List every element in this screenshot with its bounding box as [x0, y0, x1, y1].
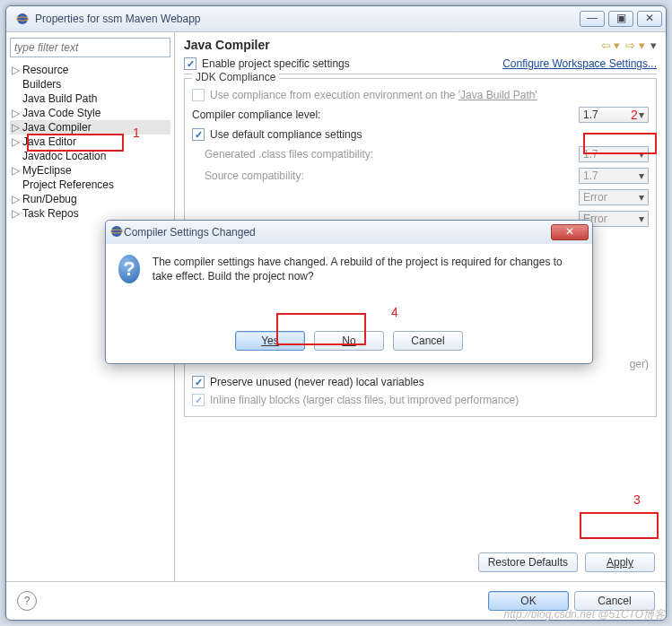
tree-item-label: Task Repos	[22, 207, 79, 220]
tree-item-label: Java Code Style	[22, 107, 100, 119]
tree-item-label: Java Build Path	[22, 92, 97, 105]
compliance-subrow: Source compatibility:1.7	[192, 165, 649, 187]
expand-arrow-icon[interactable]: ▷	[12, 121, 22, 134]
compliance-level-row: Compiler compliance level: 1.7	[192, 104, 649, 126]
apply-button[interactable]: Apply	[585, 552, 655, 572]
footer: ? OK Cancel	[6, 581, 666, 620]
dialog-close-button[interactable]: ✕	[551, 224, 589, 240]
compliance-level-label: Compiler compliance level:	[192, 109, 579, 121]
expand-arrow-icon[interactable]: ▷	[12, 164, 22, 177]
nav-menu-icon[interactable]: ▾	[650, 39, 657, 52]
filter-input[interactable]	[10, 38, 170, 57]
tree-item-label: Javadoc Location	[22, 150, 106, 162]
tree-item-label: Resource	[22, 64, 68, 76]
inline-finally-checkbox	[192, 394, 205, 406]
tree-item-label: Java Compiler	[22, 121, 92, 134]
compliance-subrow-select: 1.7	[579, 146, 649, 162]
property-tree: ▷ResourceBuildersJava Build Path▷Java Co…	[10, 63, 170, 221]
tree-item-java-compiler[interactable]: ▷Java Compiler	[10, 120, 170, 135]
compliance-subrow: Error	[192, 187, 649, 208]
tree-item-label: Java Editor	[22, 135, 76, 148]
svg-point-0	[17, 13, 28, 24]
expand-arrow-icon[interactable]: ▷	[12, 64, 22, 76]
page-title: Java Compiler	[184, 38, 601, 52]
preserve-unused-label: Preserve unused (never read) local varia…	[210, 376, 424, 388]
tree-item-java-code-style[interactable]: ▷Java Code Style	[10, 106, 170, 120]
tree-item-java-build-path[interactable]: Java Build Path	[10, 91, 170, 106]
use-exec-env-row: Use compliance from execution environmen…	[192, 86, 649, 104]
configure-workspace-link[interactable]: Configure Workspace Settings...	[502, 57, 657, 70]
maximize-button[interactable]: ▣	[608, 11, 633, 27]
dialog-message: The compiler settings have changed. A re…	[153, 255, 580, 320]
use-default-row: Use default compliance settings	[192, 126, 649, 143]
tree-item-project-references[interactable]: Project References	[10, 178, 170, 192]
restore-defaults-button[interactable]: Restore Defaults	[478, 552, 578, 572]
expand-arrow-icon[interactable]: ▷	[12, 107, 22, 119]
use-default-label: Use default compliance settings	[210, 128, 362, 141]
titlebar[interactable]: Properties for ssm Maven Webapp — ▣ ✕	[6, 6, 666, 31]
dialog-buttons: Yes No Cancel	[106, 331, 592, 363]
page-heading-row: Java Compiler ⇦ ▾ ⇨ ▾ ▾	[175, 32, 666, 54]
tree-item-run-debug[interactable]: ▷Run/Debug	[10, 192, 170, 206]
close-button[interactable]: ✕	[637, 11, 662, 27]
help-icon[interactable]: ?	[17, 591, 37, 611]
inline-finally-row: Inline finally blocks (larger class file…	[192, 391, 649, 409]
yes-button[interactable]: Yes	[235, 331, 305, 351]
dialog-titlebar[interactable]: Compiler Settings Changed ✕	[106, 221, 592, 244]
tree-item-label: Project References	[22, 178, 114, 191]
tree-item-resource[interactable]: ▷Resource	[10, 63, 170, 77]
compliance-level-select[interactable]: 1.7	[579, 107, 649, 123]
inline-finally-label: Inline finally blocks (larger class file…	[210, 394, 519, 406]
compliance-subrow-label: Generated .class files compatibility:	[192, 148, 579, 161]
preserve-unused-row: Preserve unused (never read) local varia…	[192, 373, 649, 391]
window-title: Properties for ssm Maven Webapp	[35, 13, 576, 25]
no-button[interactable]: No	[314, 331, 384, 351]
preserve-unused-checkbox[interactable]	[192, 376, 205, 388]
enable-project-specific-label: Enable project specific settings	[202, 57, 350, 70]
tree-item-task-repos[interactable]: ▷Task Repos	[10, 206, 170, 221]
compliance-subrow-label: Source compatibility:	[192, 170, 579, 182]
tree-item-label: Run/Debug	[22, 193, 77, 205]
enable-project-specific-checkbox[interactable]	[184, 57, 196, 70]
compliance-subrow-select: Error	[579, 189, 649, 205]
nav-back-icon[interactable]: ⇦ ▾	[601, 39, 621, 52]
expand-arrow-icon[interactable]: ▷	[12, 207, 22, 220]
use-default-checkbox[interactable]	[192, 128, 205, 141]
cancel-button[interactable]: Cancel	[574, 591, 655, 611]
jdk-compliance-legend: JDK Compliance	[192, 71, 279, 83]
compliance-subrow: Generated .class files compatibility:1.7	[192, 143, 649, 165]
tree-item-label: Builders	[22, 78, 61, 91]
compiler-settings-dialog: Compiler Settings Changed ✕ ? The compil…	[105, 220, 593, 364]
page-buttons: Restore Defaults Apply	[175, 543, 666, 581]
expand-arrow-icon[interactable]: ▷	[12, 193, 22, 205]
nav-forward-icon[interactable]: ⇨ ▾	[625, 39, 645, 52]
compliance-subrow-select: 1.7	[579, 168, 649, 184]
eclipse-icon	[109, 224, 124, 241]
ok-button[interactable]: OK	[488, 591, 569, 611]
trailing-fragment: ger)	[630, 358, 649, 370]
dialog-title: Compiler Settings Changed	[124, 226, 256, 239]
tree-item-builders[interactable]: Builders	[10, 77, 170, 91]
tree-item-java-editor[interactable]: ▷Java Editor	[10, 135, 170, 149]
tree-item-myeclipse[interactable]: ▷MyEclipse	[10, 163, 170, 178]
use-exec-env-label: Use compliance from execution environmen…	[210, 89, 537, 101]
question-icon: ?	[118, 255, 140, 283]
minimize-button[interactable]: —	[580, 11, 605, 27]
dialog-cancel-button[interactable]: Cancel	[393, 331, 463, 351]
use-exec-env-checkbox[interactable]	[192, 89, 205, 101]
tree-item-label: MyEclipse	[22, 164, 72, 177]
svg-point-2	[111, 226, 122, 237]
eclipse-icon	[15, 12, 30, 26]
tree-item-javadoc-location[interactable]: Javadoc Location	[10, 149, 170, 163]
expand-arrow-icon[interactable]: ▷	[12, 135, 22, 148]
